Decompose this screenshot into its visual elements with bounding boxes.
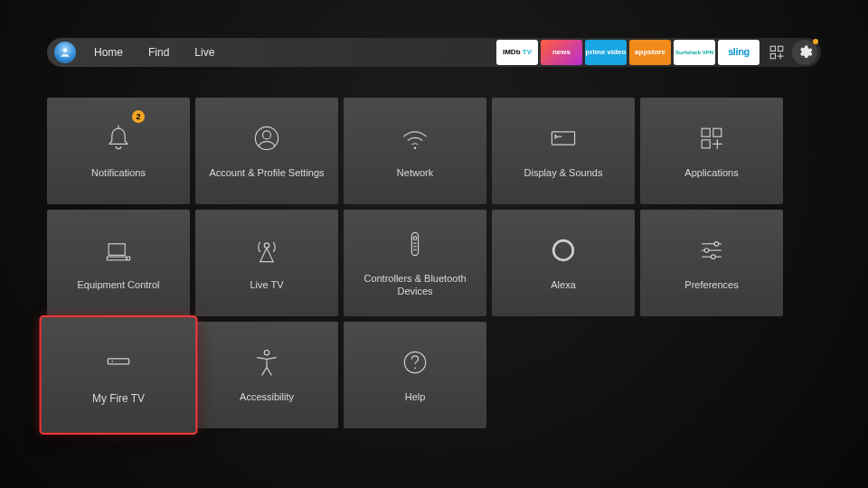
bell-icon — [102, 122, 135, 155]
settings-tile-display-sounds[interactable]: Display & Sounds — [492, 98, 635, 204]
svg-point-29 — [704, 249, 709, 253]
settings-tile-preferences[interactable]: Preferences — [640, 210, 783, 316]
svg-rect-12 — [713, 128, 722, 136]
tile-label: Help — [398, 391, 433, 404]
svg-point-21 — [413, 237, 417, 240]
tile-label: Display & Sounds — [517, 167, 610, 180]
svg-rect-32 — [108, 359, 128, 364]
svg-rect-16 — [108, 244, 125, 256]
apps-grid-icon — [769, 44, 785, 61]
tile-label: Live TV — [242, 279, 290, 292]
app-tile-imdbtv[interactable]: IMDb TV — [496, 40, 538, 65]
tile-label: Applications — [677, 167, 745, 180]
accessibility-icon — [250, 346, 283, 379]
svg-rect-3 — [770, 54, 775, 59]
settings-notification-dot — [813, 39, 818, 44]
tile-label: Accessibility — [232, 391, 301, 404]
gear-icon — [797, 44, 813, 61]
settings-tile-network[interactable]: Network — [344, 98, 486, 204]
apps-grid-button[interactable] — [765, 41, 788, 64]
notification-badge: 2 — [132, 110, 145, 123]
tile-label: Controllers & Bluetooth Devices — [344, 273, 486, 298]
tile-label: Equipment Control — [70, 279, 166, 292]
svg-rect-20 — [411, 233, 418, 256]
nav-links: Home Find Live — [94, 46, 214, 59]
svg-rect-1 — [770, 46, 775, 51]
tile-label: Network — [390, 167, 440, 180]
nav-home[interactable]: Home — [94, 46, 123, 59]
top-nav-bar: Home Find Live IMDb TV news prime video … — [47, 38, 821, 67]
tile-label: Account & Profile Settings — [202, 167, 331, 180]
imdb-tv-text: TV — [523, 48, 532, 56]
app-tile-appstore[interactable]: appstore — [629, 40, 671, 65]
settings-grid: Notifications2Account & Profile Settings… — [47, 98, 821, 428]
svg-rect-11 — [702, 128, 710, 136]
firetv-icon — [101, 344, 137, 380]
tile-label: Alexa — [543, 279, 583, 292]
app-tile-surfshark[interactable]: Surfshark VPN — [674, 40, 715, 65]
settings-tile-my-fire-tv[interactable]: My Fire TV — [42, 317, 196, 432]
settings-gear-button[interactable] — [792, 40, 817, 65]
app-tile-news[interactable]: news — [541, 40, 582, 65]
svg-point-34 — [264, 351, 269, 355]
settings-tile-equipment-control[interactable]: Equipment Control — [47, 210, 190, 316]
tile-label: Notifications — [84, 167, 153, 180]
svg-point-8 — [263, 131, 271, 139]
settings-tile-alexa[interactable]: Alexa — [492, 210, 635, 316]
svg-point-0 — [63, 48, 68, 52]
antenna-icon — [250, 234, 283, 267]
settings-tile-applications[interactable]: Applications — [640, 98, 783, 204]
settings-tile-help[interactable]: Help — [344, 322, 486, 428]
ring-icon — [547, 234, 580, 267]
apps-plus-icon — [695, 122, 728, 155]
settings-tile-account-profile[interactable]: Account & Profile Settings — [195, 98, 338, 204]
settings-tile-live-tv[interactable]: Live TV — [195, 210, 338, 316]
wifi-icon — [399, 122, 431, 155]
svg-point-36 — [414, 368, 416, 370]
app-tile-sling[interactable]: sling — [718, 40, 760, 65]
svg-point-27 — [714, 242, 719, 247]
settings-tile-accessibility[interactable]: Accessibility — [195, 322, 338, 428]
nav-live[interactable]: Live — [194, 46, 214, 59]
app-tile-primevideo[interactable]: prime video — [585, 40, 627, 65]
remote-icon — [399, 228, 431, 260]
help-icon — [399, 346, 431, 379]
settings-screen: Home Find Live IMDb TV news prime video … — [0, 0, 868, 488]
svg-rect-2 — [778, 46, 783, 51]
svg-point-25 — [553, 240, 573, 260]
user-circle-icon — [250, 122, 283, 155]
svg-point-31 — [712, 255, 716, 259]
display-icon — [547, 122, 580, 155]
sliders-icon — [695, 234, 728, 267]
imdb-logo-text: IMDb — [503, 48, 521, 56]
user-icon — [59, 46, 71, 59]
tile-label: My Fire TV — [84, 393, 152, 407]
nav-find[interactable]: Find — [148, 46, 169, 59]
equipment-icon — [102, 234, 135, 267]
svg-point-33 — [111, 361, 113, 362]
settings-tile-controllers-bluetooth[interactable]: Controllers & Bluetooth Devices — [344, 210, 486, 316]
tile-label: Preferences — [677, 279, 745, 292]
svg-point-18 — [126, 258, 127, 259]
settings-tile-notifications[interactable]: Notifications2 — [47, 98, 190, 204]
svg-point-9 — [414, 147, 417, 150]
app-tiles-row: IMDb TV news prime video appstore Surfsh… — [496, 40, 760, 65]
svg-point-35 — [404, 352, 425, 372]
profile-avatar[interactable] — [54, 42, 76, 63]
svg-rect-13 — [702, 140, 710, 148]
